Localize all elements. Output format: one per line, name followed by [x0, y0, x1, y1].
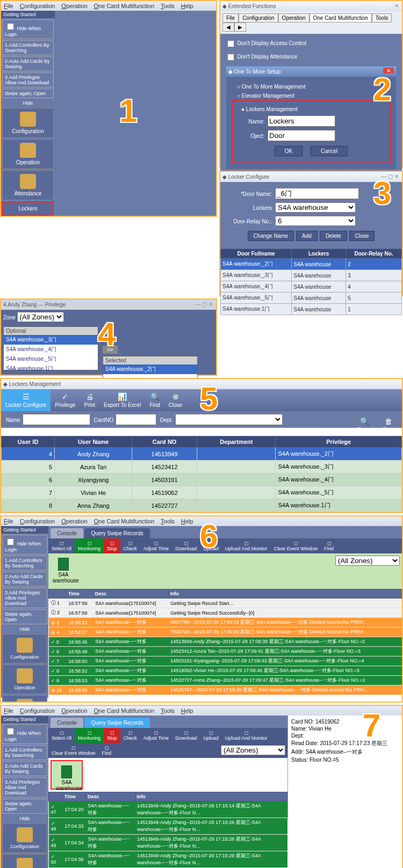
zone-select[interactable]: (All Zones) — [221, 745, 285, 755]
operation-button[interactable]: Operation — [2, 854, 47, 868]
name-input[interactable] — [268, 115, 335, 127]
print-button[interactable]: 🖨Print — [80, 389, 100, 411]
hide-when-login[interactable]: Hide When Login — [2, 19, 54, 39]
operation-button[interactable]: Operation — [2, 139, 54, 169]
menu-tools[interactable]: Tools — [161, 3, 175, 9]
radio-elevator[interactable]: ○ Elevator Management — [232, 91, 391, 100]
log-row[interactable]: 416:58:27S4A warehouse--一对多7006720---201… — [49, 628, 402, 637]
log-row[interactable]: 316:58:23S4A warehouse--一对多6957780---201… — [49, 618, 402, 628]
select-all-button[interactable]: ◻Select All — [48, 538, 75, 553]
close-button[interactable]: Close — [349, 231, 375, 241]
door-name-input[interactable] — [275, 188, 359, 199]
export-to-excel-button[interactable]: 📊Export To Excel — [99, 389, 145, 411]
hide-login-check[interactable] — [7, 23, 14, 30]
stop-button[interactable]: ◻Stop — [104, 538, 120, 553]
menu-configuration[interactable]: Configuration — [20, 518, 55, 524]
event-log[interactable]: TimeDescInfo4717:04:20S4A warehouse--一对多… — [48, 792, 287, 868]
table-row[interactable]: 7Vivian He14519062S4A warehouse._5门 — [2, 486, 402, 499]
cancel-button[interactable]: Cancel — [311, 146, 348, 156]
name-filter[interactable] — [23, 414, 90, 425]
log-row[interactable]: 5017:04:36S4A warehouse--一对多14513949-And… — [49, 851, 287, 868]
menu-configuration[interactable]: Configuration — [20, 707, 55, 714]
table-row[interactable]: 5Azura Tan14523412S4A warehouse._3门 — [2, 461, 402, 473]
lockers-button[interactable]: Lockers — [2, 201, 54, 216]
clear-event-window-button[interactable]: ◻Clear Event Window — [48, 743, 99, 758]
check-button[interactable]: ◻Check — [120, 538, 141, 553]
menu-one-card-multifunction[interactable]: One Card Multifunction — [94, 707, 155, 714]
log-row[interactable]: 216:57:59S4A warehouse[175100074]Getting… — [49, 608, 402, 618]
menu-file[interactable]: File — [4, 707, 13, 714]
configuration-button[interactable]: Configuration — [2, 823, 47, 853]
tab-arrow[interactable]: ◀ — [222, 23, 234, 32]
log-row[interactable]: 4817:04:33S4A warehouse--一对多14513949-And… — [49, 818, 287, 835]
radio-one-to-more[interactable]: ○ One To More Management — [232, 82, 391, 91]
menu-one-card-multifunction[interactable]: One Card Multifunction — [94, 518, 155, 524]
sidebar-step[interactable]: 2.Auto Add Cards By Swiping — [2, 56, 54, 71]
sidebar-step[interactable]: 1.Add Controllers By Searching — [2, 40, 54, 55]
log-row[interactable]: 516:58:45S4A warehouse--一对多14513949-Andy… — [49, 637, 402, 647]
list-item[interactable]: S4A warehouse.1门 — [4, 364, 98, 374]
table-row[interactable]: S4A warehouse._4门S4A warehouse4 — [221, 281, 402, 293]
find-button[interactable]: 🔍Find — [145, 389, 164, 411]
check-attendance[interactable]: Don't Display Attendance — [224, 50, 399, 64]
object-input[interactable] — [268, 130, 335, 141]
log-row[interactable]: 1016:58:55S4A warehouse--一对多14525767---2… — [49, 685, 402, 695]
configuration-button[interactable]: Configuration — [2, 108, 54, 138]
table-row[interactable]: 6Xiyangyang14503191S4A warehouse._4门 — [2, 473, 402, 486]
log-row[interactable]: 816:58:52S4A warehouse--一对多14519062-Vivi… — [49, 666, 402, 676]
delete-button[interactable]: Delete — [320, 231, 347, 241]
close-icon[interactable]: ✕ — [394, 3, 399, 9]
list-item[interactable]: S4A warehouse._4门 — [4, 345, 98, 354]
attendance-button[interactable]: Attendance — [2, 695, 47, 703]
table-row[interactable]: 4Andy Zhang14513949S4A warehouse._2门 — [2, 448, 402, 461]
list-item[interactable]: S4A warehouse._2门 — [103, 364, 197, 374]
check-button[interactable]: ◻Check — [120, 728, 141, 743]
menu-operation[interactable]: Operation — [61, 3, 87, 9]
adjust-time-button[interactable]: ◻Adjust Time — [140, 538, 172, 553]
menu-help[interactable]: Help — [181, 707, 193, 714]
menu-tools[interactable]: Tools — [161, 707, 175, 714]
menu-help[interactable]: Help — [181, 518, 193, 524]
upload-button[interactable]: ◻Upload — [200, 728, 222, 743]
find-button[interactable]: ◻Find — [99, 743, 115, 758]
check-access-control[interactable]: Don't Display Access Control — [224, 37, 399, 50]
table-row[interactable]: S4A warehouse._3门S4A warehouse3 — [221, 270, 402, 281]
download-button[interactable]: ◻Download — [172, 538, 200, 553]
lockers-select[interactable]: S4A warehouse — [275, 202, 356, 213]
menu-file[interactable]: File — [4, 518, 13, 524]
attendance-button[interactable]: Attendance — [2, 170, 54, 200]
tab-query[interactable]: Query Swipe Records — [84, 528, 149, 538]
list-item[interactable]: S4A warehouse._5门 — [4, 354, 98, 364]
card-filter[interactable] — [116, 414, 156, 425]
window-controls[interactable]: — ▢ ✕ — [195, 301, 213, 307]
upload-and-monitor-button[interactable]: ◻Upload And Monitor — [222, 538, 271, 553]
clear-button[interactable]: 🗑Clear — [378, 414, 399, 436]
download-button[interactable]: ◻Download — [172, 728, 200, 743]
log-row[interactable]: 4717:04:20S4A warehouse--一对多14513949-And… — [49, 801, 287, 818]
table-row[interactable]: S4A warehouse.1门S4A warehouse1 — [221, 304, 402, 315]
operation-button[interactable]: Operation — [2, 665, 47, 694]
privilege-button[interactable]: ✓Privilege — [51, 389, 80, 411]
stop-button[interactable]: ◻Stop — [104, 728, 120, 743]
configuration-button[interactable]: Configuration — [2, 634, 47, 663]
table-row[interactable]: 8Anna Zhang14522727S4A warehouse.1门 — [2, 499, 402, 512]
tab-console[interactable]: Console — [51, 718, 83, 728]
find-button[interactable]: ◻Find — [321, 538, 337, 553]
sidebar-step[interactable]: Swipe again, Open — [2, 89, 54, 98]
log-row[interactable]: 4917:04:34S4A warehouse--一对多14513949-And… — [49, 835, 287, 851]
adjust-time-button[interactable]: ◻Adjust Time — [140, 728, 172, 743]
log-row[interactable]: 116:57:59S4A warehouse[175100074]Getting… — [49, 599, 402, 608]
menu-configuration[interactable]: Configuration — [20, 3, 55, 9]
table-row[interactable]: S4A warehouse._2门S4A warehouse2 — [221, 259, 402, 270]
radio-lockers[interactable]: ● Lockers Management — [236, 105, 386, 114]
event-log[interactable]: TimeDescInfo116:57:59S4A warehouse[17510… — [48, 589, 402, 695]
menu-tools[interactable]: Tools — [161, 518, 175, 524]
locker-configure-button[interactable]: ☰Locker Configure — [1, 389, 51, 411]
tab-query[interactable]: Query Swipe Records — [84, 718, 149, 728]
menu-operation[interactable]: Operation — [61, 518, 87, 524]
tab-tools[interactable]: Tools — [372, 13, 392, 23]
add-button[interactable]: Add — [296, 231, 318, 241]
tab-configuration[interactable]: Configuration — [239, 13, 278, 23]
change-name-button[interactable]: Change Name — [248, 231, 294, 241]
table-row[interactable]: S4A warehouse._5门S4A warehouse5 — [221, 293, 402, 304]
